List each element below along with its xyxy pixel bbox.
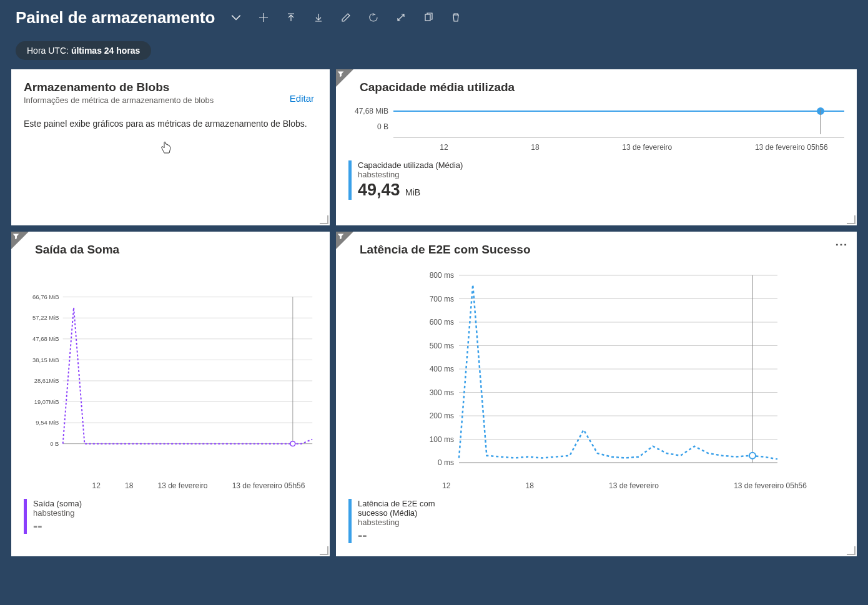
fullscreen-icon bbox=[396, 12, 406, 22]
latency-chart: 800 ms700 ms600 ms500 ms400 ms300 ms200 … bbox=[348, 269, 844, 481]
download-button[interactable] bbox=[307, 6, 330, 29]
svg-text:19,07MiB: 19,07MiB bbox=[34, 398, 59, 405]
dashboard-grid: Armazenamento de Blobs Informações de mé… bbox=[0, 69, 868, 556]
pencil-icon bbox=[341, 12, 351, 22]
chart-legend: Capacidade utilizada (Média) habstesting… bbox=[348, 160, 844, 200]
x-axis: 12 18 13 de fevereiro 13 de fevereiro 05… bbox=[405, 481, 844, 490]
tile-capacity[interactable]: Capacidade média utilizada 47,68 MiB 0 B… bbox=[336, 69, 857, 225]
edit-button[interactable] bbox=[335, 6, 357, 29]
time-filter-value: últimas 24 horas bbox=[71, 46, 141, 56]
filter-indicator[interactable] bbox=[336, 232, 353, 249]
dashboard-title: Painel de armazenamento bbox=[16, 8, 215, 27]
filter-indicator[interactable] bbox=[336, 69, 353, 87]
capacity-chart: 47,68 MiB 0 B 12 18 13 de fevereiro 13 d… bbox=[348, 107, 844, 152]
dashboard-select-dropdown[interactable] bbox=[225, 6, 247, 29]
resize-handle[interactable] bbox=[847, 546, 856, 555]
svg-text:200 ms: 200 ms bbox=[430, 411, 454, 420]
legend-resource: habstesting bbox=[358, 518, 458, 527]
legend-unit: MiB bbox=[405, 187, 420, 197]
hand-cursor-icon bbox=[160, 141, 172, 160]
tile-subtitle: Informações de métrica de armazenamento … bbox=[24, 96, 317, 105]
legend-value: -- bbox=[358, 527, 367, 543]
download-icon bbox=[313, 12, 323, 22]
svg-text:38,15 MiB: 38,15 MiB bbox=[32, 357, 59, 363]
svg-point-38 bbox=[749, 453, 756, 459]
svg-text:100 ms: 100 ms bbox=[430, 435, 454, 444]
delete-button[interactable] bbox=[445, 6, 467, 29]
copy-icon bbox=[423, 12, 433, 22]
x-tick: 13 de fevereiro 05h56 bbox=[734, 481, 807, 490]
x-tick: 12 bbox=[92, 481, 101, 490]
share-icon bbox=[368, 12, 378, 22]
add-button[interactable] bbox=[252, 6, 275, 29]
tile-title: Saída da Soma bbox=[35, 243, 317, 257]
x-tick: 12 bbox=[440, 143, 448, 152]
x-axis: 12 18 13 de fevereiro 13 de fevereiro 05… bbox=[398, 143, 844, 152]
dashboard-header: Painel de armazenamento bbox=[0, 0, 868, 32]
resize-handle[interactable] bbox=[847, 215, 856, 224]
chevron-down-icon bbox=[230, 12, 242, 23]
funnel-icon bbox=[337, 71, 344, 77]
svg-text:400 ms: 400 ms bbox=[430, 365, 454, 373]
axis-line bbox=[393, 137, 844, 138]
svg-text:0 B: 0 B bbox=[50, 440, 59, 447]
y-tick: 47,68 MiB bbox=[348, 107, 393, 116]
clone-button[interactable] bbox=[417, 6, 440, 29]
svg-point-18 bbox=[290, 441, 295, 446]
legend-resource: habstesting bbox=[358, 170, 463, 179]
svg-text:700 ms: 700 ms bbox=[430, 295, 454, 303]
svg-text:9,54 MiB: 9,54 MiB bbox=[36, 419, 59, 426]
x-tick: 13 de fevereiro bbox=[157, 481, 207, 490]
legend-color-bar bbox=[24, 499, 27, 534]
x-tick: 13 de fevereiro bbox=[609, 481, 659, 490]
upload-icon bbox=[286, 12, 296, 22]
funnel-icon bbox=[12, 233, 19, 240]
legend-metric: Latência de E2E com sucesso (Média) bbox=[358, 499, 458, 518]
upload-button[interactable] bbox=[280, 6, 302, 29]
svg-text:57,22 MiB: 57,22 MiB bbox=[32, 314, 59, 321]
svg-text:600 ms: 600 ms bbox=[430, 318, 454, 327]
tile-title: Capacidade média utilizada bbox=[360, 81, 844, 94]
fullscreen-button[interactable] bbox=[390, 6, 412, 29]
chart-line bbox=[393, 111, 844, 112]
edit-link[interactable]: Editar bbox=[290, 93, 314, 104]
legend-metric: Saída (soma) bbox=[33, 499, 82, 508]
y-tick: 0 B bbox=[348, 122, 393, 131]
funnel-icon bbox=[337, 233, 344, 240]
tile-title: Latência de E2E com Sucesso bbox=[360, 243, 844, 257]
legend-value: -- bbox=[33, 518, 42, 533]
chart-legend: Saída (soma) habstesting -- bbox=[24, 499, 317, 534]
tile-blob-info[interactable]: Armazenamento de Blobs Informações de mé… bbox=[11, 69, 330, 225]
svg-text:800 ms: 800 ms bbox=[430, 271, 454, 280]
data-point bbox=[817, 107, 824, 115]
time-filter-pill[interactable]: Hora UTC: últimas 24 horas bbox=[16, 41, 151, 60]
x-tick: 18 bbox=[125, 481, 133, 490]
svg-text:28,61MiB: 28,61MiB bbox=[34, 377, 59, 384]
x-tick: 13 de fevereiro 05h56 bbox=[232, 481, 305, 490]
time-filter-label: Hora UTC: bbox=[27, 46, 69, 56]
tile-egress[interactable]: Saída da Soma 66,76 MiB57,22 MiB47,68 Mi… bbox=[11, 232, 330, 556]
tile-title: Armazenamento de Blobs bbox=[24, 81, 317, 94]
svg-text:500 ms: 500 ms bbox=[430, 342, 454, 350]
legend-resource: habstesting bbox=[33, 508, 82, 518]
resize-handle[interactable] bbox=[320, 546, 328, 555]
tile-latency[interactable]: ⋯ Latência de E2E com Sucesso 800 ms700 … bbox=[336, 232, 857, 556]
svg-text:66,76 MiB: 66,76 MiB bbox=[32, 293, 59, 300]
chart-legend: Latência de E2E com sucesso (Média) habs… bbox=[348, 499, 844, 543]
share-button[interactable] bbox=[362, 6, 385, 29]
legend-metric: Capacidade utilizada (Média) bbox=[358, 160, 463, 170]
resize-handle[interactable] bbox=[320, 215, 328, 224]
legend-value: 49,43 bbox=[358, 180, 400, 200]
x-tick: 18 bbox=[526, 481, 534, 490]
x-axis: 12 18 13 de fevereiro 13 de fevereiro 05… bbox=[80, 481, 317, 490]
x-tick: 12 bbox=[442, 481, 450, 490]
tile-menu-button[interactable]: ⋯ bbox=[835, 237, 848, 252]
filter-indicator[interactable] bbox=[11, 232, 29, 249]
plus-icon bbox=[259, 12, 269, 22]
legend-color-bar bbox=[348, 160, 352, 200]
tile-body-text: Este painel exibe gráficos para as métri… bbox=[24, 119, 317, 129]
svg-text:0 ms: 0 ms bbox=[438, 458, 454, 467]
svg-text:300 ms: 300 ms bbox=[430, 388, 454, 397]
egress-chart: 66,76 MiB57,22 MiB47,68 MiB38,15 MiB28,6… bbox=[24, 269, 317, 481]
svg-rect-0 bbox=[425, 14, 430, 21]
